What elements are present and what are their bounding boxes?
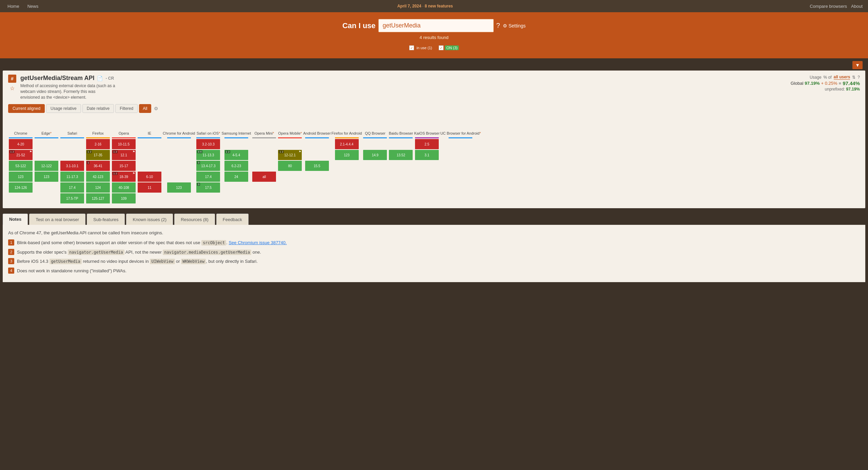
version-cell[interactable]: 125-127 [86, 193, 110, 203]
browser-underline [449, 137, 472, 138]
version-cell[interactable]: 124-126 [9, 182, 33, 193]
version-cell[interactable]: 80 [278, 161, 302, 171]
version-cell[interactable]: 123 [335, 150, 359, 160]
version-cell[interactable]: 4-20 [9, 139, 33, 149]
settings-button[interactable]: ⚙ Settings [503, 23, 526, 28]
version-cell[interactable] [138, 161, 161, 171]
nav-new-features[interactable]: 8 new features [425, 4, 453, 8]
version-cell[interactable] [363, 139, 387, 149]
version-cell[interactable] [167, 172, 191, 182]
tab-usage-relative[interactable]: Usage relative [46, 104, 81, 113]
note-link[interactable]: See Chromium issue 387740. [229, 240, 287, 245]
nav-home[interactable]: Home [5, 1, 21, 12]
version-cell[interactable] [167, 161, 191, 171]
version-cell[interactable] [224, 139, 248, 149]
checkbox-on[interactable]: ✓ [439, 45, 443, 50]
version-cell[interactable]: 1 2⚑21-52 [9, 150, 33, 160]
bottom-tab-notes[interactable]: Notes [3, 214, 28, 225]
grid-settings-icon[interactable]: ⚙ [154, 106, 158, 111]
version-cell[interactable] [278, 139, 302, 149]
version-cell[interactable]: 11 [138, 182, 161, 193]
filter-button[interactable]: ▼ [852, 61, 863, 69]
version-cell[interactable]: 1 217-35 [86, 150, 110, 160]
usage-help-icon[interactable]: ? [857, 75, 860, 80]
version-cell[interactable]: 6.2-23 [224, 161, 248, 171]
version-cell[interactable]: 2.5 [415, 139, 439, 149]
nav-news[interactable]: News [25, 1, 41, 12]
version-cell[interactable]: 313.4-17.3 [196, 161, 220, 171]
version-cell[interactable] [252, 139, 276, 149]
version-cell[interactable]: 40-108 [112, 182, 136, 193]
version-cell[interactable] [167, 139, 191, 149]
version-cell[interactable]: 1 2⚑12.1 [112, 150, 136, 160]
version-cell[interactable] [35, 182, 58, 193]
version-cell[interactable]: 109 [112, 193, 136, 203]
version-cell[interactable]: 6-10 [138, 172, 161, 182]
version-cell[interactable]: 123 [35, 172, 58, 182]
usage-all-users[interactable]: all users [834, 75, 850, 80]
version-cell[interactable] [60, 139, 84, 149]
version-cell[interactable]: 15-17 [112, 161, 136, 171]
version-cell[interactable]: 12-122 [35, 161, 58, 171]
version-cell[interactable]: 124 [86, 182, 110, 193]
version-cell[interactable] [389, 139, 413, 149]
bottom-tab-resources-8[interactable]: Resources (8) [174, 214, 215, 225]
search-input[interactable] [378, 19, 494, 32]
checkbox-in-use[interactable]: ✓ [409, 45, 414, 50]
bottom-tab-feedback[interactable]: Feedback [216, 214, 249, 225]
version-cell[interactable]: 14.9 [363, 150, 387, 160]
version-cell[interactable]: 2.1-4.4.4 [335, 139, 359, 149]
version-cell[interactable] [449, 139, 472, 149]
nav-compare-browsers[interactable]: Compare browsers [810, 4, 847, 9]
search-help-icon[interactable]: ? [496, 22, 500, 30]
version-cell[interactable]: 17.5-TP [60, 193, 84, 203]
version-cell[interactable]: 1 24-5.4 [224, 150, 248, 160]
version-cell[interactable] [252, 161, 276, 171]
version-cell[interactable]: 136-41 [86, 161, 110, 171]
tab-date-relative[interactable]: Date relative [82, 104, 114, 113]
version-cell[interactable]: 3.2-10.3 [196, 139, 220, 149]
version-cell[interactable]: 15.5 [305, 161, 329, 171]
version-cell[interactable]: 123 [9, 172, 33, 182]
nav-about[interactable]: About [851, 4, 863, 9]
version-cell[interactable]: 3 411-13.3 [196, 150, 220, 160]
bottom-tab-known-issues-2[interactable]: Known issues (2) [126, 214, 173, 225]
hash-icon[interactable]: # [8, 75, 16, 83]
version-cell[interactable]: 2-16 [86, 139, 110, 149]
version-cell[interactable]: 123 [167, 182, 191, 193]
version-cell[interactable]: 17.4 [60, 182, 84, 193]
version-cell[interactable] [60, 150, 84, 160]
version-cell[interactable]: 53-122 [9, 161, 33, 171]
version-cell[interactable] [138, 139, 161, 149]
version-cell[interactable]: 317.5 [196, 182, 220, 193]
bottom-tab-sub-features[interactable]: Sub-features [87, 214, 125, 225]
browser-name: UC Browser for Android* [440, 118, 481, 135]
version-cell[interactable]: 3.1 [415, 150, 439, 160]
version-cell[interactable]: 13.52 [389, 150, 413, 160]
filter-in-use[interactable]: ✓ in use (1) [409, 45, 434, 50]
version-cell[interactable] [167, 150, 191, 160]
version-cell[interactable]: 42-123 [86, 172, 110, 182]
version-cell[interactable]: 3.1-10.1 [60, 161, 84, 171]
version-cell[interactable] [305, 150, 329, 160]
version-cell[interactable] [138, 150, 161, 160]
version-cell[interactable]: 10-11.5 [112, 139, 136, 149]
star-icon[interactable]: ☆ [8, 84, 16, 92]
version-cell[interactable]: 11-17.3 [60, 172, 84, 182]
tab-current-aligned[interactable]: Current aligned [8, 104, 45, 113]
filter-on[interactable]: ✓ ON (3) [439, 45, 459, 50]
version-cell[interactable] [305, 139, 329, 149]
tab-all[interactable]: All [139, 104, 151, 113]
version-cell[interactable]: 1 2⚑12-12.1 [278, 150, 302, 160]
version-cell[interactable]: 24 [224, 172, 248, 182]
usage-sort-icon[interactable]: ⇅ [852, 75, 855, 80]
bottom-tab-test-on-a-real-browser[interactable]: Test on a real browser [29, 214, 85, 225]
version-cell[interactable]: 1 2⚑18-39 [112, 172, 136, 182]
version-cell[interactable] [35, 150, 58, 160]
version-cell[interactable]: 17.4 [196, 172, 220, 182]
version-cell[interactable]: all [252, 172, 276, 182]
tab-filtered[interactable]: Filtered [115, 104, 138, 113]
version-cell[interactable] [252, 150, 276, 160]
doc-icon[interactable]: 📄 [97, 76, 103, 81]
version-cell[interactable] [35, 139, 58, 149]
